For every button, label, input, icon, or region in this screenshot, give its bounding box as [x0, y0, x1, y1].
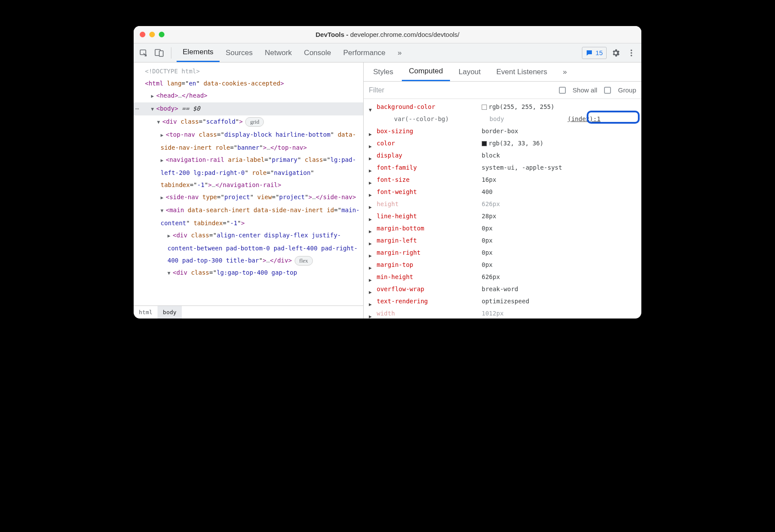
svg-rect-0: [140, 50, 146, 55]
tab-performance[interactable]: Performance: [337, 43, 391, 62]
titlebar: DevTools - developer.chrome.com/docs/dev…: [134, 26, 641, 43]
tab-elements[interactable]: Elements: [177, 43, 220, 62]
sidebar-tabs-overflow[interactable]: »: [556, 62, 574, 81]
kebab-icon[interactable]: [625, 46, 638, 59]
group-label: Group: [618, 86, 636, 94]
computed-prop-overflow-wrap[interactable]: ▶overflow-wrapbreak-word: [364, 283, 641, 295]
crumb-html[interactable]: html: [134, 306, 158, 319]
computed-prop-margin-bottom[interactable]: ▶margin-bottom0px: [364, 222, 641, 234]
svg-point-3: [631, 49, 632, 51]
sidebar-tab-layout[interactable]: Layout: [452, 62, 488, 81]
svg-point-5: [631, 55, 632, 56]
device-icon[interactable]: [153, 46, 166, 59]
svg-point-4: [631, 52, 632, 54]
doctype: <!DOCTYPE html>: [145, 68, 200, 75]
show-all-label: Show all: [573, 86, 598, 94]
computed-prop-color[interactable]: ▶colorrgb(32, 33, 36): [364, 137, 641, 149]
zoom-icon[interactable]: [159, 32, 164, 37]
elements-panel: <!DOCTYPE html> <html lang="en" data-coo…: [134, 62, 364, 319]
breadcrumbs: html body: [134, 305, 363, 319]
sidebar-tab-computed[interactable]: Computed: [402, 62, 450, 81]
group-checkbox[interactable]: [604, 87, 611, 94]
selected-body-node[interactable]: ▼<body> == $0: [134, 102, 363, 115]
tab-network[interactable]: Network: [259, 43, 298, 62]
computed-prop-margin-left[interactable]: ▶margin-left0px: [364, 234, 641, 246]
filter-row: Filter Show all Group: [364, 82, 641, 99]
grid-badge[interactable]: grid: [245, 117, 264, 127]
minimize-icon[interactable]: [149, 32, 155, 37]
sidebar-tab-eventlisteners[interactable]: Event Listeners: [489, 62, 554, 81]
computed-prop-display[interactable]: ▶displayblock: [364, 149, 641, 161]
flex-badge[interactable]: flex: [295, 256, 313, 266]
computed-prop-font-family[interactable]: ▶font-familysystem-ui, -apple-syst: [364, 161, 641, 174]
inspect-icon[interactable]: [137, 46, 150, 59]
computed-prop-line-height[interactable]: ▶line-height28px: [364, 210, 641, 222]
computed-prop-margin-top[interactable]: ▶margin-top0px: [364, 259, 641, 271]
sidebar-tabs: Styles Computed Layout Event Listeners »: [364, 62, 641, 82]
computed-properties[interactable]: ▼background-colorrgb(255, 255, 255)var(-…: [364, 99, 641, 319]
close-icon[interactable]: [140, 32, 145, 37]
panel-tabs: Elements Sources Network Console Perform…: [177, 43, 408, 62]
issues-badge[interactable]: 15: [582, 47, 607, 59]
computed-prop-font-size[interactable]: ▶font-size16px: [364, 174, 641, 186]
computed-prop-text-rendering[interactable]: ▶text-renderingoptimizespeed: [364, 295, 641, 307]
gear-icon[interactable]: [609, 46, 622, 59]
main-toolbar: Elements Sources Network Console Perform…: [134, 43, 641, 62]
dom-tree[interactable]: <!DOCTYPE html> <html lang="en" data-coo…: [134, 62, 363, 305]
svg-rect-2: [159, 51, 163, 56]
traffic-lights: [140, 32, 164, 37]
computed-prop-background-color[interactable]: ▼background-colorrgb(255, 255, 255): [364, 101, 641, 113]
filter-input[interactable]: Filter: [369, 86, 552, 94]
computed-prop-source[interactable]: var(--color-bg)body(index):1: [364, 113, 641, 125]
sidebar-tab-styles[interactable]: Styles: [366, 62, 400, 81]
tab-sources[interactable]: Sources: [220, 43, 259, 62]
styles-sidebar: Styles Computed Layout Event Listeners »…: [364, 62, 641, 319]
show-all-checkbox[interactable]: [559, 87, 566, 94]
window-title: DevTools - developer.chrome.com/docs/dev…: [315, 31, 460, 38]
computed-prop-margin-right[interactable]: ▶margin-right0px: [364, 246, 641, 259]
computed-prop-width[interactable]: ▶width1012px: [364, 307, 641, 319]
computed-prop-box-sizing[interactable]: ▶box-sizingborder-box: [364, 125, 641, 137]
computed-prop-min-height[interactable]: ▶min-height626px: [364, 271, 641, 283]
devtools-window: DevTools - developer.chrome.com/docs/dev…: [134, 26, 641, 319]
tab-console[interactable]: Console: [298, 43, 337, 62]
computed-prop-height[interactable]: ▶height626px: [364, 198, 641, 210]
computed-prop-font-weight[interactable]: ▶font-weight400: [364, 186, 641, 198]
tabs-overflow[interactable]: »: [391, 43, 407, 62]
content: <!DOCTYPE html> <html lang="en" data-coo…: [134, 62, 641, 319]
crumb-body[interactable]: body: [158, 306, 181, 319]
